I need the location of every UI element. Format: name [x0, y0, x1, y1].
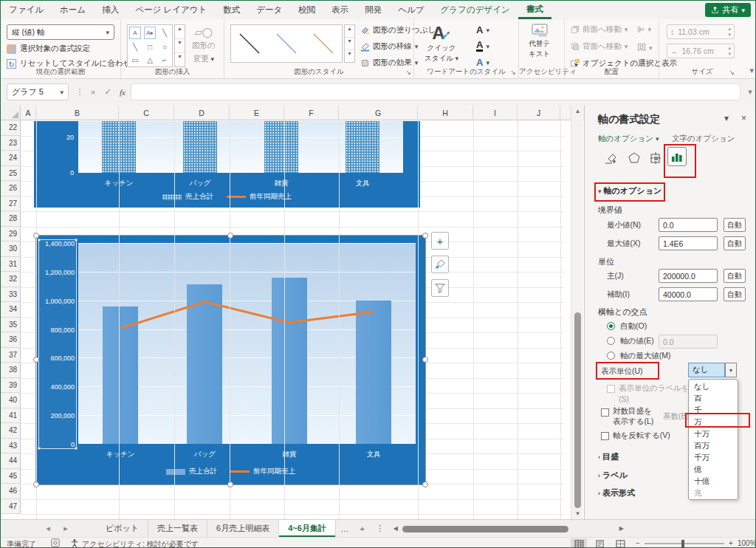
pane-collapse-icon[interactable]: ▾ — [724, 113, 729, 123]
gallery-up-icon[interactable]: ▲ — [175, 25, 185, 38]
ribbon-tab-ページ レイアウト[interactable]: ページ レイアウト — [127, 1, 215, 19]
top-bar-バッグ[interactable] — [183, 121, 217, 173]
zoom-slider-track[interactable] — [645, 543, 724, 544]
effects-icon[interactable] — [625, 148, 644, 168]
elbow-shape-icon[interactable]: ⌐ — [157, 54, 172, 66]
row-header-38[interactable]: 38 — [1, 363, 21, 378]
reverse-axis-checkbox[interactable] — [601, 432, 609, 440]
bring-forward-button[interactable]: 前面へ移動▾ — [571, 24, 628, 35]
shape-effects-button[interactable]: 図形の効果▾ — [360, 58, 418, 68]
display-units-option-万[interactable]: 万 — [689, 416, 738, 428]
max-value-field[interactable]: 1.4E6 — [659, 236, 718, 250]
chart-styles-button[interactable] — [431, 256, 449, 273]
column-header-H[interactable]: H — [418, 106, 473, 120]
group-objects-button[interactable]: 回▾ — [637, 41, 653, 54]
section-labels[interactable]: › ラベル — [598, 470, 628, 481]
sheet-tab-6月売上明細表[interactable]: 6月売上明細表 — [207, 520, 279, 537]
axis-options-icon[interactable] — [667, 147, 687, 166]
ribbon-tab-開発[interactable]: 開発 — [357, 1, 390, 19]
format-selection-button[interactable]: 選択対象の書式設定 — [7, 44, 90, 54]
text-effects-button[interactable]: A▾ — [476, 57, 489, 68]
column-header-J[interactable]: J — [518, 106, 560, 120]
height-stepper[interactable]: ▴▾ — [728, 26, 731, 38]
display-units-dropdown[interactable]: なし — [688, 363, 725, 377]
row-header-36[interactable]: 36 — [1, 332, 21, 348]
row-header-42[interactable]: 42 — [1, 423, 21, 439]
display-units-option-十億[interactable]: 十億 — [689, 475, 738, 487]
ribbon-tab-表示[interactable]: 表示 — [323, 1, 357, 19]
horizontal-scroll-thumb[interactable] — [402, 526, 568, 532]
ribbon-tab-数式[interactable]: 数式 — [215, 1, 248, 19]
display-units-option-千[interactable]: 千 — [689, 404, 738, 416]
cancel-button[interactable]: × — [86, 83, 100, 100]
select-all-corner[interactable] — [1, 106, 21, 120]
min-value-field[interactable]: 0.0 — [659, 218, 718, 232]
display-units-dropdown-button[interactable]: ▾ — [725, 363, 737, 377]
major-value-field[interactable]: 200000.0 — [659, 269, 718, 283]
zoom-in-icon[interactable]: + — [729, 539, 733, 547]
row-header-30[interactable]: 30 — [1, 242, 21, 257]
row-header-35[interactable]: 35 — [1, 318, 21, 333]
ribbon-tab-ヘルプ[interactable]: ヘルプ — [390, 1, 432, 19]
style-thumb-blue-line[interactable] — [268, 25, 305, 62]
name-box-splitter[interactable]: ⋮ — [73, 83, 86, 100]
top-bar-文具[interactable] — [346, 121, 379, 173]
row-header-29[interactable]: 29 — [1, 227, 21, 242]
shape-styles-gallery[interactable] — [230, 24, 343, 63]
rectangle-shape-icon[interactable]: □ — [142, 41, 157, 53]
prev-year-line-series[interactable] — [78, 243, 416, 444]
sheet-tab-売上一覧表[interactable]: 売上一覧表 — [148, 520, 207, 537]
page-break-view-icon[interactable] — [612, 538, 628, 548]
row-header-34[interactable]: 34 — [1, 302, 21, 318]
main-chart[interactable]: 0200,000400,000600,000800,0001,000,0001,… — [36, 236, 425, 484]
row-header-39[interactable]: 39 — [1, 378, 21, 394]
row-header-41[interactable]: 41 — [1, 408, 21, 424]
chart-elements-button[interactable]: + — [431, 232, 449, 250]
row-header-47[interactable]: 47 — [1, 499, 21, 515]
chart-handle-ne[interactable] — [422, 233, 428, 239]
pane-tab-text-options[interactable]: 文字のオプション — [672, 134, 735, 144]
enter-button[interactable]: ✓ — [101, 83, 114, 100]
style-thumb-black-line[interactable] — [231, 25, 268, 62]
text-fill-button[interactable]: A▾ — [476, 24, 489, 35]
horizontal-scrollbar[interactable]: ◀ ▶ — [389, 520, 633, 537]
pane-close-icon[interactable]: × — [741, 113, 746, 123]
display-units-option-十万[interactable]: 十万 — [689, 428, 738, 439]
oval-shape-icon[interactable]: ○ — [157, 41, 172, 53]
change-shape-button[interactable]: ▱◯ 図形の 変更 ▾ — [192, 27, 216, 64]
scroll-right-icon[interactable]: ▶ — [618, 525, 625, 532]
row-header-37[interactable]: 37 — [1, 348, 21, 363]
radio-auto[interactable] — [607, 322, 615, 330]
top-chart[interactable]: キッチンバッグ雑貨文具 売上合計 前年同期売上 200 — [34, 121, 420, 208]
display-units-option-億[interactable]: 億 — [689, 463, 738, 475]
quick-styles-button[interactable]: A クイック スタイル ▾ — [425, 24, 458, 64]
formula-bar-expand-icon[interactable]: ▾ — [743, 83, 756, 100]
chart-handle-s[interactable] — [227, 482, 233, 487]
zoom-slider-thumb[interactable] — [681, 540, 684, 547]
sheet-nav-right-icon[interactable]: ▸ — [57, 520, 75, 537]
section-ticks[interactable]: › 目盛 — [598, 451, 619, 462]
wordart-dialog-launcher[interactable]: ↘ — [510, 69, 516, 76]
share-button[interactable]: 共有 ▾ — [705, 3, 751, 17]
max-auto-button[interactable]: 自動 — [724, 236, 746, 250]
styles-up-icon[interactable]: ▲ — [345, 25, 354, 37]
shape-width-field[interactable]: ↔16.76 cm ▴▾ — [667, 44, 735, 58]
row-header-31[interactable]: 31 — [1, 257, 21, 273]
column-header-F[interactable]: F — [284, 106, 339, 120]
shape-outline-button[interactable]: 図形の枠線▾ — [360, 41, 418, 52]
styles-more-icon[interactable]: ▼ — [345, 49, 354, 62]
worksheet-grid[interactable]: ABCDEFGHIJ 22232425262728293031323334353… — [1, 106, 584, 519]
chart-handle-n[interactable] — [227, 233, 233, 239]
textbox-icon[interactable]: A — [129, 27, 141, 39]
styles-down-icon[interactable]: ▼ — [345, 37, 354, 49]
shape-styles-dialog-launcher[interactable]: ↘ — [405, 69, 411, 76]
ribbon-tab-校閲[interactable]: 校閲 — [290, 1, 323, 19]
column-header-I[interactable]: I — [473, 106, 518, 120]
column-header-B[interactable]: B — [36, 106, 119, 120]
chart-filters-button[interactable] — [431, 279, 449, 297]
vertical-scroll-thumb[interactable] — [574, 312, 581, 508]
shapes-gallery[interactable]: A A▸ ╲ ╲ □ ○ ▭ △ ⌐ — [127, 24, 173, 67]
size-dialog-launcher[interactable]: ↘ — [729, 69, 735, 76]
row-header-45[interactable]: 45 — [1, 469, 21, 484]
major-auto-button[interactable]: 自動 — [724, 269, 746, 283]
